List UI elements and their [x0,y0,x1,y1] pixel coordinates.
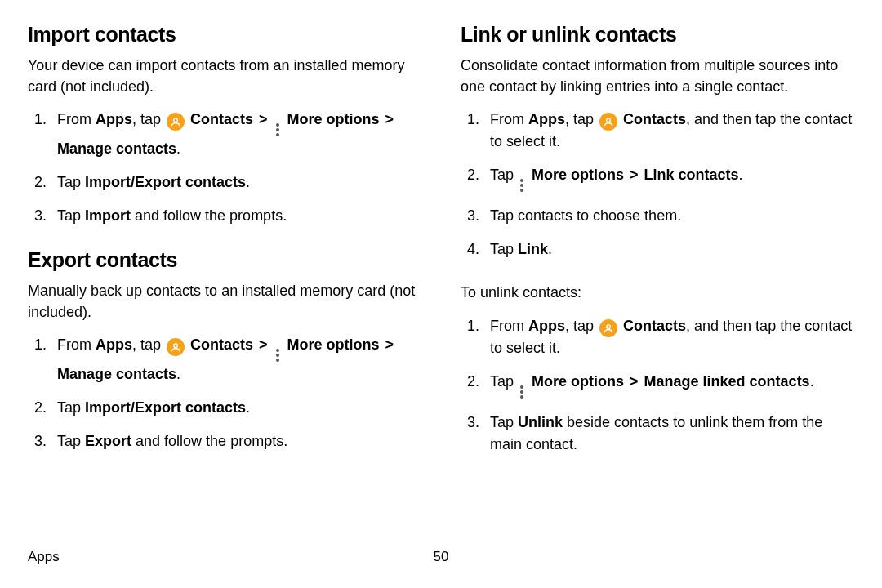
steps-export: From Apps, tap Contacts > More options >… [28,334,421,452]
lead-import: Your device can import contacts from an … [28,55,421,97]
chevron-right-icon: > [384,336,396,353]
text: . [810,373,814,390]
contacts-label: Contacts [186,111,253,127]
text: , tap [132,336,165,353]
import-export-label: Import/Export contacts [85,174,246,190]
heading-import-contacts: Import contacts [28,23,421,47]
contacts-icon [599,319,617,337]
text: Tap [57,207,85,224]
step: Tap Unlink beside contacts to unlink the… [467,412,854,456]
contacts-icon [167,338,185,356]
more-options-label: More options [528,167,624,183]
step: Tap Import/Export contacts. [34,172,421,194]
more-options-label: More options [283,111,380,127]
more-options-icon [518,384,526,400]
step: Tap Export and follow the prompts. [34,430,421,452]
steps-import: From Apps, tap Contacts > More options >… [28,109,421,227]
chevron-right-icon: > [257,111,270,127]
manage-contacts-label: Manage contacts [57,366,176,382]
text: , tap [132,111,165,127]
svg-point-3 [607,325,611,329]
text: Tap [57,174,85,190]
more-options-icon [518,177,526,194]
text: Tap [490,241,518,257]
left-column: Import contacts Your device can import c… [28,23,421,477]
step: Tap contacts to choose them. [467,205,854,227]
steps-unlink: From Apps, tap Contacts, and then tap th… [461,315,854,456]
right-column: Link or unlink contacts Consolidate cont… [461,23,854,477]
lead-link: Consolidate contact information from mul… [461,55,854,97]
footer-section-label: Apps [28,549,60,565]
apps-label: Apps [528,318,565,334]
more-options-icon [274,122,282,138]
text: . [176,366,180,382]
lead-export: Manually back up contacts to an installe… [28,280,421,323]
page-footer: Apps 50 [28,549,854,565]
chevron-right-icon: > [628,373,640,390]
step: Tap Import and follow the prompts. [34,205,421,227]
text: and follow the prompts. [131,207,287,224]
svg-point-2 [607,118,611,122]
text: Tap [57,433,85,449]
step: Tap More options > Manage linked contact… [467,371,854,400]
text: From [57,336,96,353]
svg-point-1 [174,344,178,348]
text: Tap [490,167,518,183]
unlink-label: Unlink [518,414,563,430]
text: Tap contacts to choose them. [490,207,681,224]
more-options-label: More options [528,373,624,390]
svg-point-0 [174,118,178,122]
text: . [246,174,250,190]
apps-label: Apps [96,336,132,353]
footer-page-number: 50 [434,549,449,565]
text: . [176,140,180,157]
text: From [490,111,528,127]
apps-label: Apps [96,111,132,127]
link-label: Link [518,241,548,257]
text: Tap [57,399,85,416]
contacts-icon [167,113,185,131]
contacts-label: Contacts [619,318,686,334]
more-options-icon [274,347,282,363]
step: Tap More options > Link contacts. [467,164,854,194]
link-contacts-label: Link contacts [644,167,739,183]
chevron-right-icon: > [384,111,396,127]
manage-contacts-label: Manage contacts [57,140,176,157]
text: Tap [490,414,518,430]
manage-linked-label: Manage linked contacts [644,373,810,390]
step: Tap Import/Export contacts. [34,397,421,419]
heading-link-unlink: Link or unlink contacts [461,23,854,47]
subheading-unlink: To unlink contacts: [461,282,854,304]
chevron-right-icon: > [257,336,270,353]
contacts-label: Contacts [619,111,686,127]
text: Tap [490,373,518,390]
apps-label: Apps [528,111,565,127]
text: . [739,167,743,183]
step: From Apps, tap Contacts, and then tap th… [467,109,854,153]
step: From Apps, tap Contacts > More options >… [34,334,421,385]
steps-link: From Apps, tap Contacts, and then tap th… [461,109,854,261]
text: . [246,399,250,416]
text: . [548,241,552,257]
heading-export-contacts: Export contacts [28,248,421,272]
import-export-label: Import/Export contacts [85,399,246,416]
more-options-label: More options [283,336,380,353]
chevron-right-icon: > [628,167,640,183]
step: From Apps, tap Contacts > More options >… [34,109,421,160]
contacts-label: Contacts [186,336,253,353]
step: Tap Link. [467,238,854,261]
text: From [57,111,96,127]
step: From Apps, tap Contacts, and then tap th… [467,315,854,359]
two-column-layout: Import contacts Your device can import c… [28,23,854,477]
export-label: Export [85,433,131,449]
import-label: Import [85,207,131,224]
contacts-icon [599,113,617,131]
text: and follow the prompts. [131,433,287,449]
text: From [490,318,528,334]
text: , tap [565,111,598,127]
text: , tap [565,318,598,334]
